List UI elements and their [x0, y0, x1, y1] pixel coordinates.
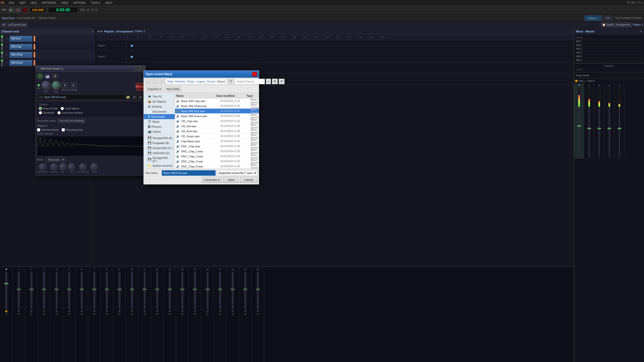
track-content-2[interactable] [126, 51, 644, 62]
bottom-fader-20[interactable] [256, 289, 260, 290]
bottom-fader-4[interactable] [55, 289, 59, 290]
mixer-right-close[interactable]: × [640, 29, 642, 33]
file-row-12[interactable]: 🔊 DNC_Clap_4.wav 01/12/2019 11:20 Wave S… [175, 159, 259, 164]
fader-master[interactable] [578, 108, 580, 158]
menu-item-edit[interactable]: EDIT [19, 1, 27, 5]
length-knob[interactable] [50, 163, 57, 170]
sidebar-desktop[interactable]: 🖥 Desktop [144, 104, 175, 109]
range-value[interactable]: 1 [70, 82, 76, 88]
dialog-view-tiles[interactable]: ⊞ [272, 79, 278, 84]
sidebar-3d-objects[interactable]: 📦 3D Objects [144, 99, 175, 104]
plugin-close[interactable]: × [140, 67, 144, 71]
file-row-1[interactable]: 🔊 Basic 808 HiHat.wav 01/12/2019 11:20 W… [175, 104, 259, 109]
slot-1[interactable]: Slot 1 [575, 39, 643, 43]
bottom-fader-track-4[interactable] [56, 272, 58, 309]
sidebar-storage-e[interactable]: 💾 StorageSSD (E:) [144, 156, 175, 163]
bottom-fader-track-17[interactable] [219, 272, 221, 309]
sidebar-videos[interactable]: 📹 Videos [144, 129, 175, 134]
back-btn[interactable]: ◀ [97, 30, 99, 33]
new-folder-btn[interactable]: New folder [165, 86, 182, 92]
bottom-fader-track-20[interactable] [257, 272, 259, 309]
dialog-back-btn[interactable]: ← [145, 79, 151, 84]
file-row-2[interactable]: 🔊 Basic 808 Kick.wav 01/12/2019 11:20 Wa… [175, 109, 259, 114]
filename-input[interactable] [162, 170, 216, 176]
col-header-name[interactable]: Name [176, 94, 216, 97]
dialog-close-btn[interactable]: × [252, 72, 257, 76]
dialog-up-btn[interactable]: ↑ [160, 79, 165, 84]
fader-3[interactable] [609, 108, 610, 158]
bottom-fader-track-2[interactable] [30, 272, 32, 309]
smp-start-knob[interactable] [39, 163, 46, 170]
file-row-0[interactable]: 🔊 Basic 808 Clap.wav 01/12/2019 11:20 Wa… [175, 99, 259, 104]
breadcrumb-legacy[interactable]: Legacy [196, 80, 205, 83]
slot-3[interactable]: Slot 3 [575, 47, 643, 51]
breadcrumb-data[interactable]: Data [168, 80, 173, 83]
sidebar-sys-reserve-1[interactable]: 📁 System-reserver [144, 163, 175, 168]
sidebar-music[interactable]: 🎵 Music [144, 119, 175, 124]
dialog-fwd-btn[interactable]: → [152, 79, 159, 84]
plugin-icon-2[interactable]: 🎹 [45, 73, 51, 79]
favorites-btn[interactable]: Favourites ▾ [202, 177, 222, 183]
fader-2[interactable] [598, 108, 600, 158]
plugin-titlebar[interactable]: ⋮ 808 Kick (Insert 1) _ × [35, 66, 146, 72]
bottom-fader-track-10[interactable] [131, 272, 133, 309]
bottom-fader-track-m[interactable] [5, 272, 7, 309]
resample-radio[interactable]: Resample [39, 111, 54, 114]
plugin-icon-1[interactable]: 🎵 [37, 73, 43, 79]
bottom-fader-track-14[interactable] [181, 272, 183, 309]
use-loop-points[interactable]: Use loop points [37, 128, 59, 131]
bottom-fader-13[interactable] [168, 289, 172, 290]
channel-name-1[interactable]: 808 Kick [10, 36, 32, 41]
dialog-titlebar[interactable]: Open sound file(s) × [144, 71, 259, 78]
menu-item-add[interactable]: ADD [30, 1, 38, 5]
file-row-7[interactable]: 🔊 CB_Snare.wav 01/12/2019 11:20 Wave Sou… [175, 134, 259, 139]
bottom-fader-7[interactable] [92, 289, 96, 290]
bottom-fader-track-12[interactable] [156, 272, 158, 309]
col-header-date[interactable]: Date modified [216, 94, 247, 97]
bottom-fader-18[interactable] [231, 289, 235, 290]
load-regions-radio[interactable]: Load regions [61, 107, 79, 110]
led-green-4[interactable] [1, 60, 3, 62]
fruity-limiter-slot[interactable]: Fruity Limiter [575, 74, 643, 77]
bottom-fader-2[interactable] [29, 289, 33, 290]
bottom-fader-11[interactable] [143, 289, 147, 290]
file-row-3[interactable]: 🔊 Basic 808 Snare.wav 01/12/2019 11:20 W… [175, 114, 259, 119]
slot-5[interactable]: Slot 5 [575, 55, 643, 58]
out-knob[interactable] [68, 163, 75, 170]
breadcrumb-drums[interactable]: Drums [207, 80, 215, 83]
sidebar-documents[interactable]: 📄 Documents [144, 109, 175, 114]
slot-6[interactable]: Slot 6 [575, 58, 643, 62]
bottom-fader-16[interactable] [206, 289, 210, 290]
sidebar-system-c[interactable]: 💾 SystemSSD (C:) [144, 146, 175, 151]
open-file-btn[interactable]: 📁 [125, 96, 131, 99]
sidebar-storage-a[interactable]: 💾 StorageSSD (A) [144, 135, 175, 141]
fader-thumb-master[interactable] [577, 125, 581, 127]
fader-thumb-3[interactable] [608, 128, 611, 129]
led-green-1[interactable] [1, 35, 3, 37]
bottom-fader-3[interactable] [42, 289, 46, 290]
dialog-refresh-btn[interactable]: ⟳ [228, 79, 234, 84]
dialog-view-list[interactable]: ≡ [266, 79, 271, 84]
bottom-fader-track-1[interactable] [18, 272, 20, 309]
pattern-name-display[interactable]: Pattern 1 [585, 16, 602, 21]
bottom-fader-track-5[interactable] [68, 272, 70, 309]
file-row-13[interactable]: 🔊 DNC_Clap_5.wav 01/12/2019 11:20 Wave S… [175, 164, 259, 168]
sidebar-240g-d[interactable]: 💾 240GSSD (D) [144, 151, 175, 156]
menu-item-options[interactable]: OPTIONS [72, 1, 87, 5]
channel-rack-close[interactable]: × [92, 29, 94, 33]
sidebar-this-pc[interactable]: 💻 This PC [144, 94, 175, 99]
file-row-8[interactable]: 🔊 Clap Basic.wav 01/12/2019 11:20 Wave S… [175, 139, 259, 144]
bottom-fader-m[interactable] [4, 283, 8, 284]
bottom-fader-8[interactable] [105, 289, 109, 290]
bottom-fader-12[interactable] [155, 289, 159, 290]
bottom-fader-track-16[interactable] [207, 272, 209, 309]
knob-pan-ctrl[interactable] [42, 81, 51, 90]
all-filter-btn[interactable]: All [1, 22, 6, 27]
col-header-type[interactable]: Type [247, 94, 258, 97]
pitch-value[interactable]: 2 [62, 82, 68, 88]
bottom-fader-track-13[interactable] [169, 272, 171, 309]
led-green-2[interactable] [1, 43, 3, 46]
crossfade-knob[interactable] [79, 163, 86, 170]
stop-button[interactable]: ■ [16, 8, 21, 12]
bottom-fader-track-11[interactable] [144, 272, 146, 309]
